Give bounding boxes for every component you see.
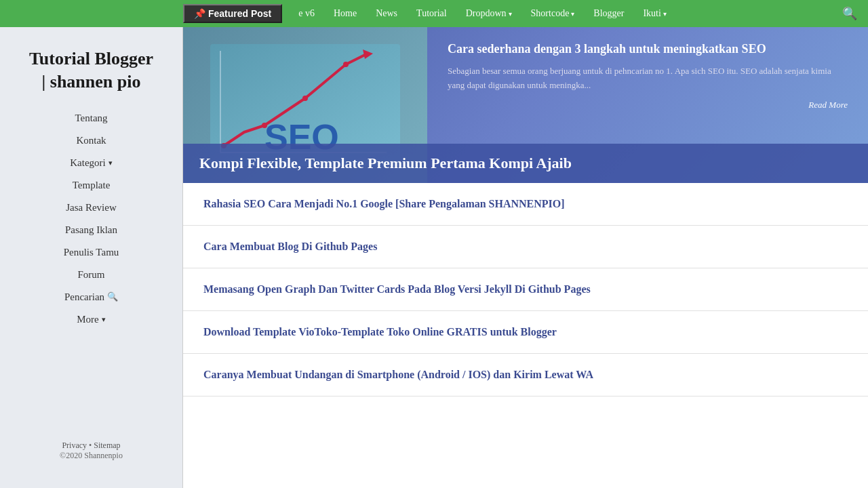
featured-post-button[interactable]: 📌 Featured Post: [183, 4, 282, 23]
shortcode-arrow: ▾: [571, 10, 574, 18]
privacy-link[interactable]: Privacy: [62, 441, 87, 450]
search-small-icon: 🔍: [107, 291, 118, 302]
site-title-line2: | shannen pio: [29, 70, 153, 94]
sidebar-label-pencarian: Pencarian: [64, 291, 104, 303]
post-list: Rahasia SEO Cara Menjadi No.1 Google [Sh…: [183, 183, 868, 396]
dropdown-arrow: ▾: [509, 10, 512, 18]
top-navigation: 📌 Featured Post e v6 Home News Tutorial …: [0, 0, 868, 27]
nav-link-home[interactable]: Home: [324, 0, 366, 27]
read-more-link[interactable]: Read More: [808, 100, 848, 110]
svg-point-5: [302, 96, 308, 101]
nav-link-blogger[interactable]: Blogger: [584, 0, 633, 27]
post-title-4: Caranya Membuat Undangan di Smartphone (…: [203, 369, 848, 381]
post-item-2[interactable]: Memasang Open Graph Dan Twitter Cards Pa…: [183, 268, 868, 311]
sidebar-label-more: More: [77, 314, 99, 325]
site-title-line1: Tutorial Blogger: [29, 47, 153, 70]
featured-article-title[interactable]: Cara sederhana dengan 3 langkah untuk me…: [448, 41, 848, 58]
featured-hero[interactable]: SEO Cara sederhana dengan: [183, 27, 868, 183]
sidebar-footer: Privacy • Sitemap ©2020 Shannenpio: [46, 427, 136, 474]
sidebar-item-kontak[interactable]: Kontak: [0, 129, 182, 152]
site-title: Tutorial Blogger | shannen pio: [16, 41, 167, 107]
nav-link-tutorial[interactable]: Tutorial: [407, 0, 456, 27]
featured-article-excerpt: Sebagian besar semua orang berjuang untu…: [448, 64, 848, 93]
sidebar-item-template[interactable]: Template: [0, 174, 182, 197]
featured-overlay-title[interactable]: Kompi Flexible, Template Premium Pertama…: [183, 144, 868, 183]
sidebar-label-kategori: Kategori: [70, 157, 105, 169]
nav-link-dropdown[interactable]: Dropdown ▾: [456, 0, 521, 27]
copyright-text: ©2020 Shannenpio: [60, 451, 123, 460]
sidebar-item-pasang-iklan[interactable]: Pasang Iklan: [0, 219, 182, 241]
sidebar-item-kategori[interactable]: Kategori ▾: [0, 152, 182, 174]
sidebar-item-more[interactable]: More ▾: [0, 308, 182, 331]
nav-link-shortcode[interactable]: Shortcode ▾: [521, 0, 585, 27]
ikuti-arrow: ▾: [663, 10, 667, 18]
sidebar-label-penulis-tamu: Penulis Tamu: [64, 247, 119, 258]
main-content: SEO Cara sederhana dengan: [183, 27, 868, 488]
post-title-3: Download Template VioToko-Template Toko …: [203, 326, 848, 338]
sidebar-item-jasa-review[interactable]: Jasa Review: [0, 197, 182, 219]
sidebar-item-tentang[interactable]: Tentang: [0, 107, 182, 129]
nav-link-ev6[interactable]: e v6: [289, 0, 324, 27]
nav-link-news[interactable]: News: [366, 0, 407, 27]
post-title-1: Cara Membuat Blog Di Github Pages: [203, 241, 848, 253]
sidebar-label-template: Template: [73, 180, 111, 191]
page-layout: Tutorial Blogger | shannen pio Tentang K…: [0, 27, 868, 488]
post-item-4[interactable]: Caranya Membuat Undangan di Smartphone (…: [183, 354, 868, 396]
svg-point-4: [262, 123, 267, 128]
svg-point-6: [343, 62, 349, 67]
post-title-2: Memasang Open Graph Dan Twitter Cards Pa…: [203, 283, 848, 296]
post-item-0[interactable]: Rahasia SEO Cara Menjadi No.1 Google [Sh…: [183, 183, 868, 226]
sitemap-link[interactable]: Sitemap: [94, 441, 120, 450]
sidebar-label-pasang-iklan: Pasang Iklan: [65, 224, 117, 236]
search-icon[interactable]: 🔍: [842, 6, 857, 21]
sidebar-label-tentang: Tentang: [75, 113, 107, 124]
sidebar-item-pencarian[interactable]: Pencarian 🔍: [0, 286, 182, 308]
sidebar-item-penulis-tamu[interactable]: Penulis Tamu: [0, 241, 182, 264]
sidebar-label-jasa-review: Jasa Review: [66, 202, 117, 214]
kategori-arrow-icon: ▾: [108, 159, 113, 167]
post-item-1[interactable]: Cara Membuat Blog Di Github Pages: [183, 226, 868, 268]
sidebar-item-forum[interactable]: Forum: [0, 264, 182, 286]
sidebar-label-kontak: Kontak: [76, 135, 106, 146]
post-item-3[interactable]: Download Template VioToko-Template Toko …: [183, 311, 868, 354]
post-title-0: Rahasia SEO Cara Menjadi No.1 Google [Sh…: [203, 198, 848, 210]
nav-link-ikuti[interactable]: Ikuti ▾: [633, 0, 675, 27]
more-arrow-icon: ▾: [102, 315, 106, 324]
sidebar-label-forum: Forum: [77, 269, 104, 281]
nav-links: e v6 Home News Tutorial Dropdown ▾ Short…: [289, 0, 676, 27]
sidebar: Tutorial Blogger | shannen pio Tentang K…: [0, 27, 183, 488]
sidebar-nav: Tentang Kontak Kategori ▾ Template Jasa …: [0, 107, 182, 331]
